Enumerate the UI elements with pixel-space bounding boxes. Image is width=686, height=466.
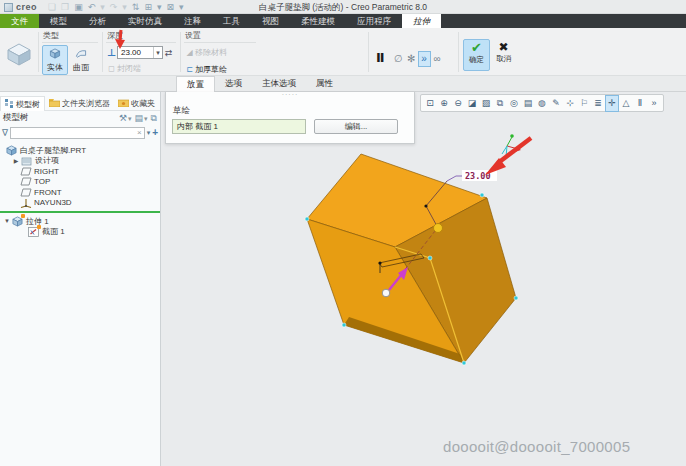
- pause-icon[interactable]: Ⅱ: [376, 50, 384, 65]
- solid-type-label: 实体: [43, 62, 67, 73]
- depth-dimension-text[interactable]: 23.00: [465, 171, 491, 181]
- tree-item-label: 设计项: [35, 155, 59, 166]
- anchor-handle[interactable]: [382, 289, 390, 297]
- vertex-dot: [480, 193, 484, 197]
- capped-ends-option: ◻封闭端: [106, 63, 176, 74]
- model-tree-header: 模型树 ⚒▾▤▾⧉: [0, 111, 160, 125]
- solid-cube-icon: [49, 48, 61, 59]
- ribbon-tab-实时仿真[interactable]: 实时仿真: [117, 14, 173, 28]
- filter-dropdown-icon[interactable]: ▾: [147, 129, 151, 137]
- filter-add-icon[interactable]: +: [152, 127, 158, 138]
- surface-type-label: 曲面: [69, 62, 93, 73]
- ok-label: 确定: [464, 55, 489, 65]
- tree-settings-icon-dropdown[interactable]: ▾: [128, 115, 132, 122]
- tree-item-label: NAYUN3D: [34, 198, 72, 207]
- modified-badge: [21, 214, 25, 218]
- ribbon-tab-文件[interactable]: 文件: [0, 14, 39, 28]
- preview-controls: Ⅱ∅✻»∞: [376, 50, 444, 67]
- plane-icon: [19, 177, 32, 186]
- save-icon[interactable]: ▣: [74, 0, 83, 14]
- watermark-text: dooooit@dooooit_7000005: [443, 438, 630, 455]
- windows-dropdown-icon[interactable]: ▾: [157, 0, 162, 14]
- attached-preview-icon[interactable]: »: [418, 51, 431, 67]
- filter-funnel-icon[interactable]: ∇: [2, 128, 8, 138]
- settings-group-label: 设置: [184, 28, 256, 43]
- tree-item-FRONT[interactable]: FRONT: [0, 187, 160, 198]
- feature-preview-icon[interactable]: ✻: [405, 51, 418, 67]
- section-collector-field[interactable]: 内部 截面 1: [172, 119, 306, 134]
- tree-display-icon-dropdown[interactable]: ▾: [144, 115, 148, 122]
- tree-item-RIGHT[interactable]: RIGHT: [0, 166, 160, 177]
- capped-ends-label: 封闭端: [117, 64, 141, 73]
- remove-material-option: ◢移除材料: [184, 47, 256, 58]
- navigator-tab-收藏夹[interactable]: 收藏夹: [114, 96, 159, 111]
- tree-columns-icon[interactable]: ⧉: [151, 113, 157, 123]
- navigator-tab-文件夹浏览器[interactable]: 文件夹浏览器: [45, 96, 114, 111]
- tree-search-input[interactable]: ×: [10, 127, 145, 139]
- tree-item-截面 1[interactable]: 截面 1: [0, 227, 160, 238]
- customize-dropdown-icon[interactable]: ▾: [179, 0, 184, 14]
- tree-item-label: 白桌子腿垫脚.PRT: [20, 145, 86, 156]
- navigator-tab-模型树[interactable]: 模型树: [0, 96, 45, 111]
- ribbon-tab-拉伸[interactable]: 拉伸: [402, 14, 441, 28]
- navigator-tab-label: 模型树: [16, 99, 40, 110]
- insert-here-line[interactable]: [0, 211, 160, 213]
- favorites-icon: [118, 99, 129, 109]
- undo-dropdown-icon[interactable]: ▾: [100, 0, 105, 14]
- modified-badge: [37, 225, 41, 229]
- edit-sketch-button[interactable]: 编辑...: [314, 119, 398, 134]
- subtab-放置[interactable]: 放置: [176, 76, 215, 92]
- tree-settings-icon[interactable]: ⚒: [119, 113, 127, 123]
- panel-grip-icon[interactable]: ·····: [166, 92, 414, 98]
- close-icon[interactable]: ⊠: [166, 0, 174, 14]
- vertex-dot: [305, 217, 309, 221]
- tree-item-NAYUN3D[interactable]: NAYUN3D: [0, 198, 160, 209]
- creo-window: creo 白桌子腿垫脚 (活动的) - Creo Parametric 8.0 …: [0, 0, 686, 466]
- part-icon: [5, 145, 18, 156]
- tree-item-TOP[interactable]: TOP: [0, 177, 160, 188]
- ribbon-tab-视图[interactable]: 视图: [251, 14, 290, 28]
- ribbon-tab-注释[interactable]: 注释: [173, 14, 212, 28]
- ribbon-tab-应用程序[interactable]: 应用程序: [346, 14, 402, 28]
- solid-type-button[interactable]: 实体: [42, 45, 68, 75]
- regenerate-icon[interactable]: ⇅: [132, 0, 140, 14]
- tree-expander-icon[interactable]: ▶: [12, 157, 20, 164]
- tree-expander-icon[interactable]: ▼: [3, 218, 11, 224]
- open-file-icon[interactable]: ❐: [61, 0, 69, 14]
- flip-direction-icon[interactable]: ⇄: [163, 48, 174, 58]
- redo-icon[interactable]: ↷: [110, 0, 118, 14]
- tree-item-白桌子腿垫脚.PRT[interactable]: 白桌子腿垫脚.PRT: [0, 145, 160, 156]
- quick-access-toolbar: ❏❐▣↶▾↷▾⇅⊞▾⊠▾: [48, 0, 184, 14]
- dimension-dot: [424, 204, 427, 207]
- ribbon-tab-柔性建模[interactable]: 柔性建模: [290, 14, 346, 28]
- placement-panel: ····· 草绘 内部 截面 1 编辑...: [165, 92, 415, 144]
- plane-icon: [19, 167, 32, 176]
- verify-glasses-icon[interactable]: ∞: [431, 51, 444, 67]
- new-file-icon[interactable]: ❏: [48, 0, 56, 14]
- subtab-主体选项[interactable]: 主体选项: [252, 76, 306, 92]
- subtab-属性[interactable]: 属性: [306, 76, 343, 92]
- ribbon-tab-bar: 文件模型分析实时仿真注释工具视图柔性建模应用程序拉伸: [0, 14, 686, 28]
- ribbon-tab-工具[interactable]: 工具: [212, 14, 251, 28]
- thicken-sketch-option[interactable]: ⊏加厚草绘: [184, 64, 256, 75]
- plane-icon: [19, 188, 32, 197]
- no-preview-icon[interactable]: ∅: [392, 51, 405, 67]
- clear-search-icon[interactable]: ×: [137, 128, 144, 137]
- extrude-icon: [11, 216, 24, 227]
- cancel-button[interactable]: ✖ 取消: [490, 39, 517, 71]
- depth-drag-handle[interactable]: [434, 224, 443, 233]
- surface-type-button[interactable]: 曲面: [68, 45, 94, 75]
- subtab-选项[interactable]: 选项: [215, 76, 252, 92]
- ok-button[interactable]: ✔ 确定: [463, 39, 490, 71]
- ribbon-tab-模型[interactable]: 模型: [39, 14, 78, 28]
- redo-dropdown-icon[interactable]: ▾: [122, 0, 127, 14]
- tree-item-设计项[interactable]: ▶设计项: [0, 156, 160, 167]
- tree-item-拉伸 1[interactable]: ▼拉伸 1: [0, 216, 160, 227]
- depth-dropdown-icon[interactable]: ▾: [153, 47, 162, 58]
- tree-display-icon[interactable]: ▤: [135, 113, 144, 123]
- undo-icon[interactable]: ↶: [88, 0, 96, 14]
- model-scene[interactable]: 23.00: [165, 92, 686, 466]
- remove-material-label: 移除材料: [195, 48, 227, 57]
- windows-icon[interactable]: ⊞: [144, 0, 152, 14]
- ribbon-tab-分析[interactable]: 分析: [78, 14, 117, 28]
